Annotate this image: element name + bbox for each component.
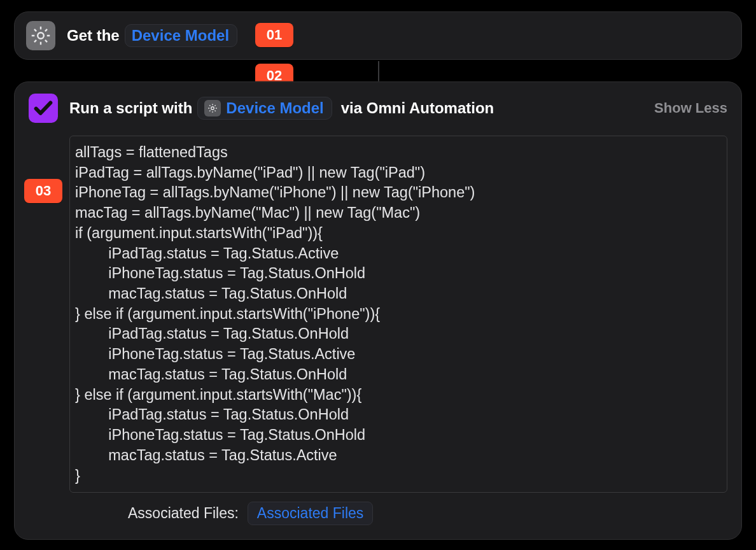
script-textarea[interactable]: allTags = flattenedTags iPadTag = allTag… (69, 136, 727, 493)
callout-01: 01 (255, 23, 293, 47)
action1-prefix: Get the (67, 27, 120, 45)
callout-03: 03 (24, 179, 62, 203)
action2-prefix: Run a script with (69, 99, 192, 117)
gear-icon (204, 100, 221, 116)
action2-suffix: via Omni Automation (341, 99, 494, 117)
checkmark-icon (29, 94, 58, 123)
flow-connector (378, 61, 379, 83)
associated-files-label: Associated Files: (128, 505, 239, 522)
show-less-toggle[interactable]: Show Less (654, 100, 727, 116)
associated-files-token[interactable]: Associated Files (248, 502, 373, 525)
device-model-token[interactable]: Device Model (125, 24, 237, 47)
svg-point-1 (211, 107, 214, 110)
action-get-device-model[interactable]: Get the Device Model (14, 11, 742, 60)
gear-icon (26, 21, 55, 50)
device-model-token-2[interactable]: Device Model (197, 97, 332, 120)
svg-point-0 (38, 32, 44, 39)
device-model-token-label: Device Model (132, 27, 229, 44)
action-run-script-omni[interactable]: Run a script with Device Model via Omni … (14, 81, 742, 540)
device-model-token-2-label: Device Model (226, 100, 323, 116)
